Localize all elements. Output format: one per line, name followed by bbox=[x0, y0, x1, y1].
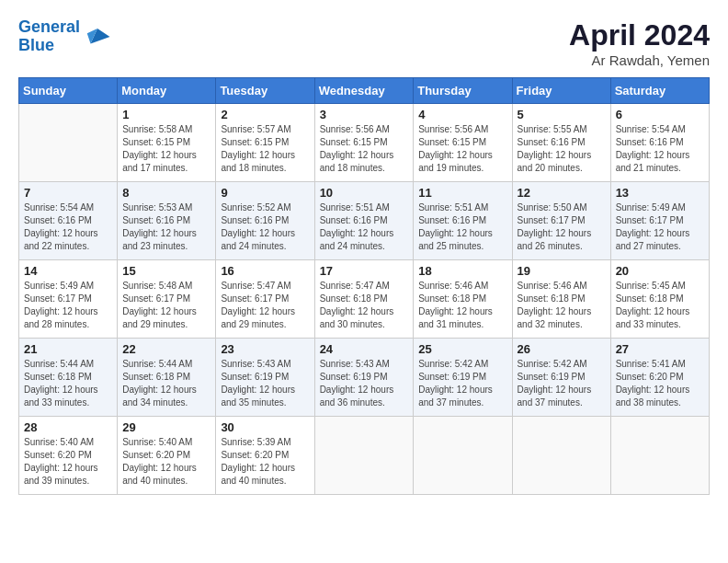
day-info: Sunrise: 5:45 AM Sunset: 6:18 PM Dayligh… bbox=[616, 280, 704, 331]
day-info: Sunrise: 5:51 AM Sunset: 6:16 PM Dayligh… bbox=[418, 201, 506, 253]
day-number: 13 bbox=[616, 186, 704, 200]
calendar-week-row: 28Sunrise: 5:40 AM Sunset: 6:20 PM Dayli… bbox=[19, 417, 710, 495]
logo: General Blue bbox=[18, 18, 111, 55]
day-number: 28 bbox=[24, 420, 112, 434]
day-number: 6 bbox=[616, 108, 704, 121]
calendar-day-cell: 19Sunrise: 5:46 AM Sunset: 6:18 PM Dayli… bbox=[512, 260, 610, 339]
calendar-header-monday: Monday bbox=[118, 78, 216, 104]
calendar-day-cell: 12Sunrise: 5:50 AM Sunset: 6:17 PM Dayli… bbox=[512, 182, 610, 260]
day-info: Sunrise: 5:43 AM Sunset: 6:19 PM Dayligh… bbox=[221, 358, 309, 409]
day-number: 17 bbox=[320, 264, 409, 278]
calendar-day-cell: 21Sunrise: 5:44 AM Sunset: 6:18 PM Dayli… bbox=[19, 339, 118, 417]
day-info: Sunrise: 5:49 AM Sunset: 6:17 PM Dayligh… bbox=[616, 201, 704, 253]
day-number: 26 bbox=[518, 342, 606, 356]
day-number: 5 bbox=[518, 108, 606, 121]
day-number: 7 bbox=[24, 186, 112, 200]
calendar-week-row: 1Sunrise: 5:58 AM Sunset: 6:15 PM Daylig… bbox=[19, 104, 710, 182]
day-info: Sunrise: 5:51 AM Sunset: 6:16 PM Dayligh… bbox=[320, 201, 409, 253]
day-number: 22 bbox=[122, 342, 210, 356]
calendar-day-cell: 25Sunrise: 5:42 AM Sunset: 6:19 PM Dayli… bbox=[414, 339, 512, 417]
page-header: General Blue April 2024 Ar Rawdah, Yemen bbox=[18, 18, 710, 68]
calendar-day-cell: 26Sunrise: 5:42 AM Sunset: 6:19 PM Dayli… bbox=[512, 339, 610, 417]
day-info: Sunrise: 5:54 AM Sunset: 6:16 PM Dayligh… bbox=[24, 201, 112, 253]
calendar-header-sunday: Sunday bbox=[19, 78, 118, 104]
day-number: 20 bbox=[616, 264, 704, 278]
logo-icon bbox=[84, 23, 111, 51]
day-number: 14 bbox=[24, 264, 112, 278]
day-info: Sunrise: 5:40 AM Sunset: 6:20 PM Dayligh… bbox=[122, 436, 210, 488]
day-number: 3 bbox=[320, 108, 409, 121]
day-info: Sunrise: 5:41 AM Sunset: 6:20 PM Dayligh… bbox=[616, 358, 704, 409]
calendar-week-row: 7Sunrise: 5:54 AM Sunset: 6:16 PM Daylig… bbox=[19, 182, 710, 260]
calendar-table: SundayMondayTuesdayWednesdayThursdayFrid… bbox=[18, 77, 710, 495]
day-number: 10 bbox=[320, 186, 409, 200]
day-number: 19 bbox=[518, 264, 606, 278]
calendar-week-row: 21Sunrise: 5:44 AM Sunset: 6:18 PM Dayli… bbox=[19, 339, 710, 417]
calendar-day-cell: 18Sunrise: 5:46 AM Sunset: 6:18 PM Dayli… bbox=[414, 260, 512, 339]
location: Ar Rawdah, Yemen bbox=[569, 52, 710, 68]
calendar-day-cell: 22Sunrise: 5:44 AM Sunset: 6:18 PM Dayli… bbox=[118, 339, 216, 417]
calendar-day-cell bbox=[610, 417, 709, 495]
day-info: Sunrise: 5:48 AM Sunset: 6:17 PM Dayligh… bbox=[122, 280, 210, 331]
calendar-day-cell: 13Sunrise: 5:49 AM Sunset: 6:17 PM Dayli… bbox=[610, 182, 709, 260]
calendar-day-cell: 15Sunrise: 5:48 AM Sunset: 6:17 PM Dayli… bbox=[118, 260, 216, 339]
day-number: 21 bbox=[24, 342, 112, 356]
day-info: Sunrise: 5:46 AM Sunset: 6:18 PM Dayligh… bbox=[518, 280, 606, 331]
day-info: Sunrise: 5:42 AM Sunset: 6:19 PM Dayligh… bbox=[418, 358, 506, 409]
calendar-day-cell: 14Sunrise: 5:49 AM Sunset: 6:17 PM Dayli… bbox=[19, 260, 118, 339]
day-number: 8 bbox=[122, 186, 210, 200]
calendar-header-tuesday: Tuesday bbox=[216, 78, 314, 104]
day-number: 11 bbox=[418, 186, 506, 200]
calendar-header-row: SundayMondayTuesdayWednesdayThursdayFrid… bbox=[19, 78, 710, 104]
logo-text: General Blue bbox=[18, 18, 80, 55]
day-info: Sunrise: 5:44 AM Sunset: 6:18 PM Dayligh… bbox=[24, 358, 112, 409]
day-info: Sunrise: 5:54 AM Sunset: 6:16 PM Dayligh… bbox=[616, 123, 704, 175]
day-info: Sunrise: 5:56 AM Sunset: 6:15 PM Dayligh… bbox=[418, 123, 506, 175]
day-number: 30 bbox=[221, 420, 309, 434]
day-info: Sunrise: 5:58 AM Sunset: 6:15 PM Dayligh… bbox=[122, 123, 210, 175]
calendar-header-wednesday: Wednesday bbox=[314, 78, 414, 104]
calendar-day-cell: 23Sunrise: 5:43 AM Sunset: 6:19 PM Dayli… bbox=[216, 339, 314, 417]
calendar-day-cell: 16Sunrise: 5:47 AM Sunset: 6:17 PM Dayli… bbox=[216, 260, 314, 339]
calendar-header-thursday: Thursday bbox=[414, 78, 512, 104]
day-number: 2 bbox=[221, 108, 309, 121]
calendar-day-cell: 24Sunrise: 5:43 AM Sunset: 6:19 PM Dayli… bbox=[314, 339, 414, 417]
day-info: Sunrise: 5:53 AM Sunset: 6:16 PM Dayligh… bbox=[122, 201, 210, 253]
calendar-day-cell: 2Sunrise: 5:57 AM Sunset: 6:15 PM Daylig… bbox=[216, 104, 314, 182]
day-info: Sunrise: 5:44 AM Sunset: 6:18 PM Dayligh… bbox=[122, 358, 210, 409]
day-number: 18 bbox=[418, 264, 506, 278]
calendar-header-saturday: Saturday bbox=[610, 78, 709, 104]
day-number: 29 bbox=[122, 420, 210, 434]
calendar-day-cell: 29Sunrise: 5:40 AM Sunset: 6:20 PM Dayli… bbox=[118, 417, 216, 495]
day-info: Sunrise: 5:40 AM Sunset: 6:20 PM Dayligh… bbox=[24, 436, 112, 488]
day-number: 27 bbox=[616, 342, 704, 356]
calendar-day-cell bbox=[19, 104, 118, 182]
calendar-day-cell: 11Sunrise: 5:51 AM Sunset: 6:16 PM Dayli… bbox=[414, 182, 512, 260]
calendar-week-row: 14Sunrise: 5:49 AM Sunset: 6:17 PM Dayli… bbox=[19, 260, 710, 339]
day-number: 24 bbox=[320, 342, 409, 356]
calendar-day-cell: 5Sunrise: 5:55 AM Sunset: 6:16 PM Daylig… bbox=[512, 104, 610, 182]
calendar-day-cell: 3Sunrise: 5:56 AM Sunset: 6:15 PM Daylig… bbox=[314, 104, 414, 182]
calendar-day-cell: 10Sunrise: 5:51 AM Sunset: 6:16 PM Dayli… bbox=[314, 182, 414, 260]
calendar-day-cell: 30Sunrise: 5:39 AM Sunset: 6:20 PM Dayli… bbox=[216, 417, 314, 495]
calendar-day-cell: 17Sunrise: 5:47 AM Sunset: 6:18 PM Dayli… bbox=[314, 260, 414, 339]
day-number: 23 bbox=[221, 342, 309, 356]
day-info: Sunrise: 5:47 AM Sunset: 6:17 PM Dayligh… bbox=[221, 280, 309, 331]
calendar-header-friday: Friday bbox=[512, 78, 610, 104]
calendar-day-cell: 8Sunrise: 5:53 AM Sunset: 6:16 PM Daylig… bbox=[118, 182, 216, 260]
day-info: Sunrise: 5:47 AM Sunset: 6:18 PM Dayligh… bbox=[320, 280, 409, 331]
day-info: Sunrise: 5:55 AM Sunset: 6:16 PM Dayligh… bbox=[518, 123, 606, 175]
calendar-day-cell: 6Sunrise: 5:54 AM Sunset: 6:16 PM Daylig… bbox=[610, 104, 709, 182]
calendar-day-cell: 27Sunrise: 5:41 AM Sunset: 6:20 PM Dayli… bbox=[610, 339, 709, 417]
day-number: 16 bbox=[221, 264, 309, 278]
day-number: 9 bbox=[221, 186, 309, 200]
calendar-day-cell: 28Sunrise: 5:40 AM Sunset: 6:20 PM Dayli… bbox=[19, 417, 118, 495]
day-info: Sunrise: 5:50 AM Sunset: 6:17 PM Dayligh… bbox=[518, 201, 606, 253]
day-info: Sunrise: 5:49 AM Sunset: 6:17 PM Dayligh… bbox=[24, 280, 112, 331]
title-area: April 2024 Ar Rawdah, Yemen bbox=[569, 18, 710, 68]
month-title: April 2024 bbox=[569, 18, 710, 52]
day-number: 15 bbox=[122, 264, 210, 278]
calendar-day-cell bbox=[512, 417, 610, 495]
day-info: Sunrise: 5:42 AM Sunset: 6:19 PM Dayligh… bbox=[518, 358, 606, 409]
day-info: Sunrise: 5:39 AM Sunset: 6:20 PM Dayligh… bbox=[221, 436, 309, 488]
